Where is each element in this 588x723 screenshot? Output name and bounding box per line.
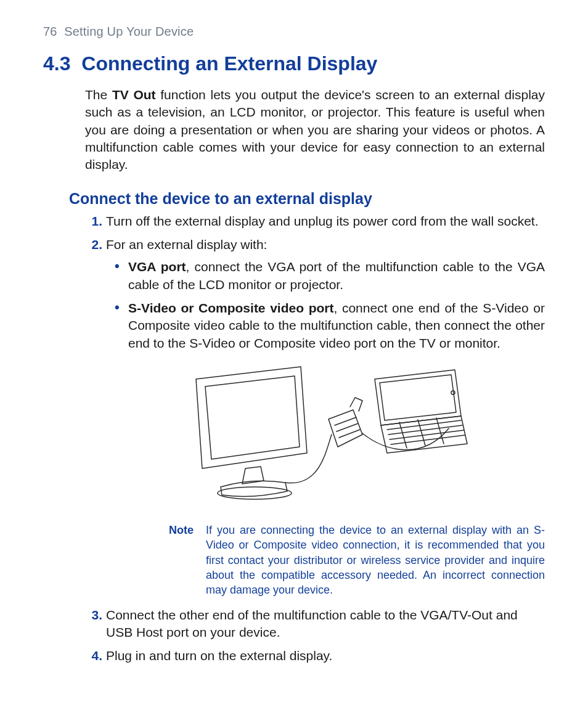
section-heading: 4.3 Connecting an External Display bbox=[43, 52, 545, 75]
step-2: 2. For an external display with: VGA por… bbox=[85, 236, 545, 598]
step-1: 1. Turn off the external display and unp… bbox=[85, 213, 545, 230]
step-number: 1. bbox=[85, 213, 102, 230]
intro-bold-term: TV Out bbox=[112, 88, 156, 102]
document-page: 76 Setting Up Your Device 4.3 Connecting… bbox=[0, 0, 588, 696]
sub-item-bold: VGA port bbox=[128, 259, 186, 274]
chapter-title: Setting Up Your Device bbox=[64, 25, 194, 38]
note-text: If you are connecting the device to an e… bbox=[206, 523, 545, 597]
note-label: Note bbox=[169, 523, 206, 597]
intro-paragraph: The TV Out function lets you output the … bbox=[85, 86, 545, 174]
sub-item-bold: S-Video or Composite video port bbox=[128, 301, 333, 315]
section-number: 4.3 bbox=[43, 52, 70, 75]
step-2-sublist: VGA port, connect the VGA port of the mu… bbox=[110, 258, 545, 352]
page-number: 76 bbox=[43, 25, 57, 38]
step-4: 4. Plug in and turn on the external disp… bbox=[85, 647, 545, 664]
step-3: 3. Connect the other end of the multifun… bbox=[85, 607, 545, 642]
step-text: Turn off the external display and unplug… bbox=[106, 214, 539, 228]
sub-item-vga: VGA port, connect the VGA port of the mu… bbox=[110, 258, 545, 293]
note-block: Note If you are connecting the device to… bbox=[169, 523, 545, 597]
monitor-device-cable-icon bbox=[178, 361, 473, 512]
sub-item-svideo: S-Video or Composite video port, connect… bbox=[110, 300, 545, 352]
step-text: Plug in and turn on the external display… bbox=[106, 648, 332, 663]
connection-illustration bbox=[106, 361, 545, 512]
step-number: 3. bbox=[85, 607, 102, 624]
step-text: For an external display with: bbox=[106, 237, 267, 251]
step-text: Connect the other end of the multifuncti… bbox=[106, 608, 518, 639]
steps-list: 1. Turn off the external display and unp… bbox=[85, 213, 545, 665]
running-header: 76 Setting Up Your Device bbox=[43, 25, 545, 39]
step-number: 2. bbox=[85, 236, 102, 253]
sub-item-text: , connect the VGA port of the multifunct… bbox=[128, 259, 545, 291]
subheading: Connect the device to an external displa… bbox=[69, 190, 545, 208]
section-title: Connecting an External Display bbox=[81, 52, 377, 75]
step-number: 4. bbox=[85, 647, 102, 664]
